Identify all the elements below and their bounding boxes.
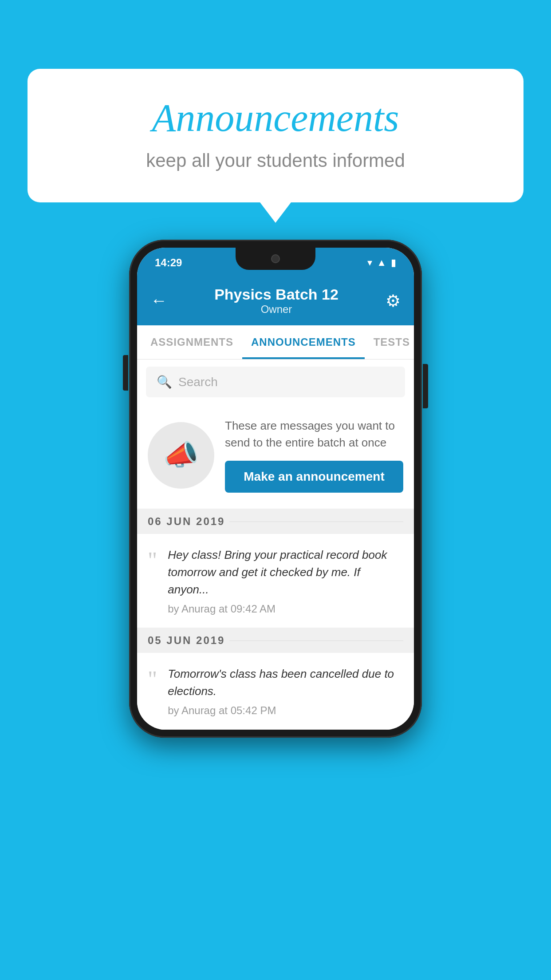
bubble-subtitle: keep all your students informed [63,150,488,171]
status-bar: 14:29 ▾ ▲ ▮ [137,248,414,278]
announcement-content-1: Hey class! Bring your practical record b… [168,546,403,615]
announcement-meta-2: by Anurag at 05:42 PM [168,704,403,717]
search-container: 🔍 Search [137,360,414,404]
search-placeholder: Search [178,375,218,389]
announcement-content-2: Tomorrow's class has been cancelled due … [168,665,403,717]
quote-icon-2: " [148,668,157,691]
date-divider-1: 06 JUN 2019 [137,509,414,534]
megaphone-icon: 📣 [163,439,199,472]
announcement-text-2: Tomorrow's class has been cancelled due … [168,665,403,700]
speech-bubble-section: Announcements keep all your students inf… [28,69,523,202]
header-subtitle: Owner [214,303,338,316]
search-icon: 🔍 [157,375,172,389]
promo-description: These are messages you want to send to t… [225,418,403,451]
make-announcement-button[interactable]: Make an announcement [225,461,403,493]
date-label-1: 06 JUN 2019 [148,515,225,528]
notch-camera [271,254,280,263]
speech-bubble: Announcements keep all your students inf… [28,69,523,202]
back-button[interactable]: ← [150,291,167,310]
divider-line-2 [229,640,403,641]
phone-screen: 14:29 ▾ ▲ ▮ ← Physics Batch 12 Owner ⚙ [137,248,414,730]
quote-icon-1: " [148,549,157,572]
signal-icon: ▲ [377,257,386,269]
tab-tests[interactable]: TESTS [365,325,414,359]
announcement-text-1: Hey class! Bring your practical record b… [168,546,403,598]
phone-mockup: 14:29 ▾ ▲ ▮ ← Physics Batch 12 Owner ⚙ [129,240,422,738]
status-time: 14:29 [155,257,182,269]
settings-icon[interactable]: ⚙ [386,291,401,311]
search-bar[interactable]: 🔍 Search [146,367,405,397]
header-title: Physics Batch 12 [214,286,338,303]
phone-outer: 14:29 ▾ ▲ ▮ ← Physics Batch 12 Owner ⚙ [129,240,422,738]
tab-assignments[interactable]: ASSIGNMENTS [142,325,242,359]
announcement-meta-1: by Anurag at 09:42 AM [168,603,403,615]
promo-content: These are messages you want to send to t… [225,418,403,493]
battery-icon: ▮ [391,257,396,269]
date-label-2: 05 JUN 2019 [148,634,225,647]
wifi-icon: ▾ [367,257,372,269]
announcement-item-1[interactable]: " Hey class! Bring your practical record… [137,534,414,628]
tab-announcements[interactable]: ANNOUNCEMENTS [242,325,365,359]
bubble-title: Announcements [63,95,488,140]
status-icons: ▾ ▲ ▮ [367,257,396,269]
date-divider-2: 05 JUN 2019 [137,628,414,653]
divider-line-1 [229,522,403,522]
phone-notch [236,248,315,270]
announcement-item-2[interactable]: " Tomorrow's class has been cancelled du… [137,653,414,730]
promo-block: 📣 These are messages you want to send to… [137,404,414,509]
app-header: ← Physics Batch 12 Owner ⚙ [137,278,414,325]
header-center: Physics Batch 12 Owner [214,286,338,316]
tab-bar: ASSIGNMENTS ANNOUNCEMENTS TESTS [137,325,414,360]
megaphone-circle: 📣 [148,422,214,489]
